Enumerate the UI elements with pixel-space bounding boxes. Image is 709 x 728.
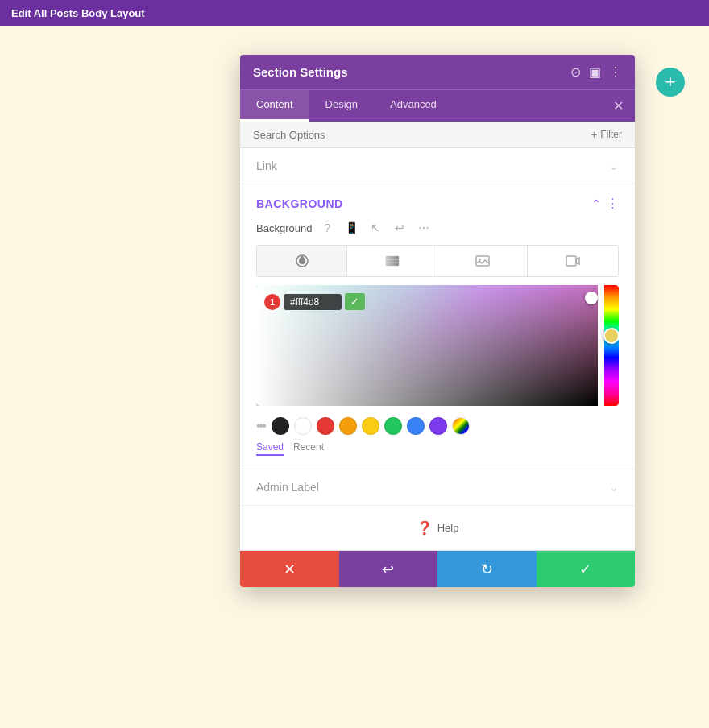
admin-label-chevron-down-icon: ⌄ <box>609 481 619 494</box>
help-row[interactable]: ❓ Help <box>240 506 635 550</box>
save-button[interactable]: ✓ <box>537 551 636 587</box>
background-type-tabs <box>256 245 619 277</box>
admin-label-row[interactable]: Admin Label ⌄ <box>240 469 635 506</box>
swatch-purple[interactable] <box>429 417 447 435</box>
bg-type-color[interactable] <box>257 246 347 276</box>
modal-header: Section Settings ⊙ ▣ ⋮ <box>240 55 635 89</box>
background-title: Background <box>256 197 343 210</box>
bg-type-gradient[interactable] <box>347 246 437 276</box>
hue-slider-thumb[interactable] <box>603 328 619 344</box>
background-section-header: Background ⌃ ⋮ <box>256 184 619 219</box>
settings-icon[interactable]: ⊙ <box>570 64 581 80</box>
swatch-tabs: Saved Recent <box>256 441 619 456</box>
search-input[interactable] <box>253 129 591 141</box>
search-bar: + Filter <box>240 122 635 148</box>
mobile-icon[interactable]: 📱 <box>342 219 360 237</box>
filter-label: Filter <box>600 129 622 140</box>
modal-title: Section Settings <box>253 65 348 79</box>
modal-footer: ✕ ↩ ↻ ✓ <box>240 550 635 587</box>
fab-plus-icon: + <box>665 73 676 91</box>
help-circle-icon[interactable]: ? <box>318 219 336 237</box>
swatch-blue[interactable] <box>407 417 425 435</box>
swatch-green[interactable] <box>384 417 402 435</box>
hue-slider-track[interactable] <box>604 285 619 406</box>
more-options-icon[interactable]: ⋯ <box>415 219 433 237</box>
svg-point-5 <box>479 259 481 261</box>
tab-design[interactable]: Design <box>309 90 374 122</box>
background-control-label: Background <box>256 222 312 234</box>
swatch-black[interactable] <box>272 417 289 435</box>
more-swatches-icon[interactable]: ••• <box>256 419 265 433</box>
background-section: Background ⌃ ⋮ Background ? 📱 ↖ ↩ ⋯ <box>240 184 635 469</box>
swatch-yellow[interactable] <box>362 417 379 435</box>
modal-header-icons: ⊙ ▣ ⋮ <box>570 64 622 80</box>
filter-button[interactable]: + Filter <box>591 128 622 141</box>
color-value-badge: 1 ✓ <box>264 293 365 310</box>
reset-button[interactable]: ↩ <box>339 551 438 587</box>
modal-close-button[interactable]: ✕ <box>602 90 635 122</box>
top-bar-title: Edit All Posts Body Layout <box>11 7 145 19</box>
undo-icon[interactable]: ↩ <box>391 219 408 237</box>
swatch-tab-saved[interactable]: Saved <box>256 441 284 456</box>
admin-label-text: Admin Label <box>256 481 319 494</box>
color-fill-icon <box>295 254 309 268</box>
fab-add-button[interactable]: + <box>656 68 685 97</box>
background-menu-icon[interactable]: ⋮ <box>606 196 619 211</box>
link-chevron-down-icon: ⌄ <box>609 159 619 172</box>
link-label: Link <box>256 159 277 172</box>
help-question-icon: ❓ <box>417 520 433 536</box>
top-bar: Edit All Posts Body Layout <box>0 0 709 26</box>
bg-type-video[interactable] <box>528 246 618 276</box>
redo-button[interactable]: ↻ <box>437 551 537 587</box>
swatch-tab-recent[interactable]: Recent <box>293 441 324 456</box>
section-settings-modal: Section Settings ⊙ ▣ ⋮ Content Design Ad… <box>240 55 635 587</box>
more-icon[interactable]: ⋮ <box>609 64 622 80</box>
cancel-icon: ✕ <box>284 560 296 578</box>
color-hex-input[interactable] <box>284 294 342 310</box>
swatch-white[interactable] <box>294 417 312 435</box>
tab-content[interactable]: Content <box>240 90 309 122</box>
layout-icon[interactable]: ▣ <box>589 64 601 80</box>
color-swatches: ••• <box>256 414 619 435</box>
svg-rect-1 <box>386 256 399 266</box>
modal-tabs: Content Design Advanced ✕ <box>240 89 635 122</box>
bg-type-image[interactable] <box>437 246 528 276</box>
save-icon: ✓ <box>579 560 591 578</box>
color-picker-swatch[interactable] <box>452 417 470 435</box>
color-picker: 1 ✓ <box>256 285 619 406</box>
cancel-button[interactable]: ✕ <box>240 551 339 587</box>
swatch-orange[interactable] <box>339 417 357 435</box>
redo-icon: ↻ <box>481 560 493 578</box>
background-chevron-up-icon[interactable]: ⌃ <box>591 197 601 210</box>
svg-rect-6 <box>566 256 576 266</box>
filter-plus-icon: + <box>591 128 597 141</box>
background-controls: Background ? 📱 ↖ ↩ ⋯ <box>256 219 619 237</box>
color-confirm-button[interactable]: ✓ <box>345 293 365 310</box>
help-text: Help <box>437 522 459 534</box>
cursor-icon[interactable]: ↖ <box>367 219 384 237</box>
link-section-row[interactable]: Link ⌄ <box>240 148 635 184</box>
tab-advanced[interactable]: Advanced <box>374 90 453 122</box>
color-number-indicator: 1 <box>264 294 280 310</box>
svg-rect-4 <box>476 256 489 266</box>
reset-icon: ↩ <box>382 560 394 578</box>
swatch-red[interactable] <box>317 417 334 435</box>
image-icon <box>475 255 490 267</box>
modal-body: Link ⌄ Background ⌃ ⋮ Background ? 📱 ↖ ↩… <box>240 148 635 550</box>
gradient-icon <box>385 255 400 267</box>
gradient-picker-handle[interactable] <box>585 292 598 304</box>
background-section-right: ⌃ ⋮ <box>591 196 619 211</box>
video-icon <box>566 255 580 267</box>
